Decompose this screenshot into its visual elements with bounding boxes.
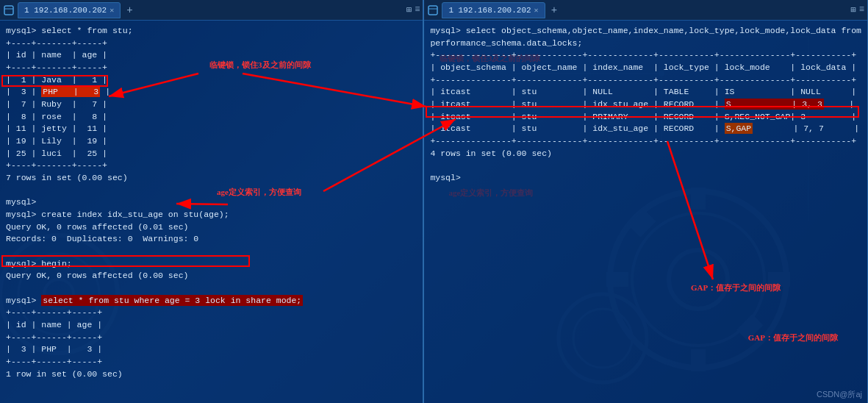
right-panel-icon <box>427 4 439 16</box>
left-tab-icons: ⊞ ≡ <box>406 4 420 15</box>
right-menu-icon: ≡ <box>859 4 864 15</box>
right-tab-close[interactable]: ✕ <box>534 6 539 15</box>
annotation-gap: GAP：值存于之间的间隙 <box>748 332 838 344</box>
right-tab-label: 1 192.168.200.202 <box>448 6 531 15</box>
left-panel: 1 192.168.200.202 ✕ + ⊞ ≡ mysql> select … <box>0 0 423 403</box>
left-terminal[interactable]: mysql> select * from stu; +----+-------+… <box>0 21 423 403</box>
menu-icon: ≡ <box>415 4 420 15</box>
right-tab-item[interactable]: 1 192.168.200.202 ✕ <box>442 2 545 18</box>
svg-rect-19 <box>4 6 13 15</box>
right-terminal[interactable]: mysql> select object_schema,object_name,… <box>424 21 867 403</box>
left-term-text: mysql> select * from stu; +----+-------+… <box>6 25 417 380</box>
main-container: 1 192.168.200.202 ✕ + ⊞ ≡ mysql> select … <box>0 0 868 403</box>
grid-icon: ⊞ <box>406 4 412 15</box>
right-term-text: mysql> select object_schema,object_name,… <box>430 25 861 185</box>
right-tab-icons: ⊞ ≡ <box>851 4 864 15</box>
left-tab-close[interactable]: ✕ <box>110 6 114 15</box>
watermark: CSDN@所aj <box>817 389 862 400</box>
svg-rect-21 <box>428 6 437 15</box>
left-tab-bar: 1 192.168.200.202 ✕ + ⊞ ≡ <box>0 0 423 21</box>
left-tab-item[interactable]: 1 192.168.200.202 ✕ <box>18 2 121 18</box>
right-panel: 1 192.168.200.202 ✕ + ⊞ ≡ mysql> select … <box>424 0 868 403</box>
left-tab-label: 1 192.168.200.202 <box>24 6 107 15</box>
left-tab-add[interactable]: + <box>123 4 135 16</box>
right-tab-add[interactable]: + <box>548 4 560 16</box>
left-panel-icon <box>3 4 15 16</box>
right-grid-icon: ⊞ <box>851 4 856 15</box>
right-tab-bar: 1 192.168.200.202 ✕ + ⊞ ≡ <box>424 0 867 21</box>
